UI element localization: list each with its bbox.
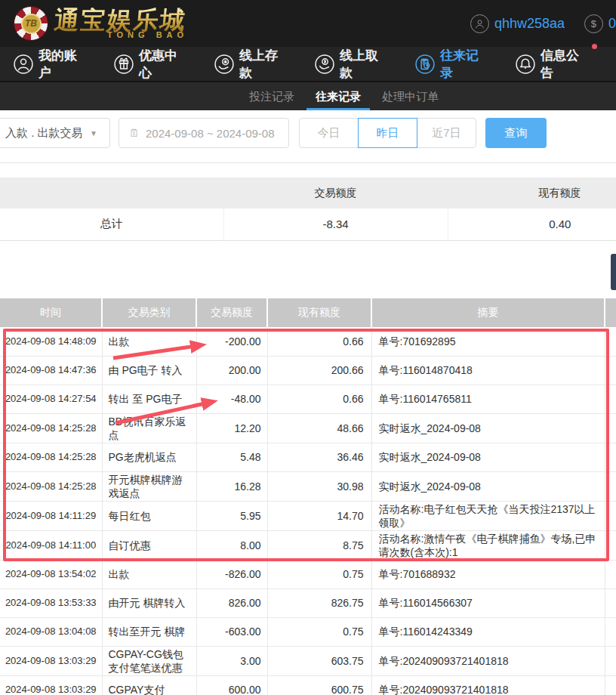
- cell-type: PG老虎机返点: [102, 443, 196, 471]
- divider: [0, 162, 616, 163]
- brand-logo[interactable]: TB 通宝娱乐城 TONG BAO: [14, 6, 188, 41]
- notification-dot: [592, 44, 597, 49]
- cell-time: 2024-09-08 13:03:29: [0, 646, 102, 675]
- nav-item-withdraw[interactable]: 线上取款: [315, 47, 387, 82]
- nav-item-announcements[interactable]: 信息公告: [516, 47, 588, 82]
- table-row[interactable]: 2024-09-08 13:53:33 由开元 棋牌转入 826.00 826.…: [0, 588, 616, 617]
- table-row[interactable]: 2024-09-08 14:11:29 每日红包 5.95 14.70 活动名称…: [0, 501, 616, 530]
- table-row[interactable]: 2024-09-08 14:11:00 自订优惠 8.00 8.75 活动名称:…: [0, 530, 616, 560]
- cell-time: 2024-09-08 13:03:29: [0, 675, 102, 695]
- col-header-summary: 摘要: [371, 298, 605, 327]
- table-row[interactable]: 2024-09-08 14:48:09 出款 -200.00 0.66 单号:7…: [0, 327, 616, 356]
- poker-chip-logo-icon: TB: [14, 6, 48, 41]
- summary-table: 交易额度 现有额度 总计 -8.34 0.40: [0, 178, 616, 241]
- nav-item-my-account[interactable]: 我的账户: [14, 47, 86, 82]
- cell-type: 开元棋牌棋牌游戏返点: [102, 471, 196, 501]
- last7days-button[interactable]: 近7日: [417, 118, 476, 148]
- deposit-icon: [214, 54, 234, 74]
- cell-type: 由开元 棋牌转入: [102, 588, 196, 617]
- cell-balance: 826.75: [267, 588, 371, 617]
- today-button[interactable]: 今日: [299, 118, 359, 148]
- cell-amount: 16.28: [196, 471, 267, 501]
- cell-summary: 单号:116014870418: [371, 356, 605, 385]
- cell-balance: 600.75: [267, 675, 371, 695]
- cell-amount: -48.00: [196, 385, 267, 413]
- cell-time: 2024-09-08 13:04:08: [0, 617, 102, 646]
- cell-amount: -200.00: [196, 327, 267, 356]
- search-button[interactable]: 查询: [485, 118, 547, 148]
- cell-stub: [605, 471, 616, 501]
- date-range-input[interactable]: 🗓 2024-09-08 ~ 2024-09-08: [119, 118, 289, 148]
- cell-amount: 8.00: [196, 530, 267, 560]
- yesterday-button[interactable]: 昨日: [358, 118, 417, 148]
- cell-stub: [605, 646, 616, 675]
- cell-type: 出款: [102, 327, 196, 356]
- balance-coin-icon: $: [584, 14, 603, 33]
- cell-time: 2024-09-08 14:11:29: [0, 501, 102, 530]
- summary-header-empty: [0, 178, 223, 208]
- records-table: 时间 交易类别 交易额度 现有额度 摘要 2024-09-08 14:48:09…: [0, 298, 616, 695]
- nav-item-deposit[interactable]: 线上存款: [214, 47, 287, 82]
- filter-bar: 入款 . 出款交易 ▼ 🗓 2024-09-08 ~ 2024-09-08 今日…: [0, 110, 616, 162]
- account-icon: [14, 54, 33, 74]
- table-row[interactable]: 2024-09-08 13:03:29 CGPAY支付 600.00 600.7…: [0, 675, 616, 695]
- cell-balance: 0.66: [267, 327, 371, 356]
- cell-stub: [605, 560, 616, 588]
- cell-balance: 14.70: [267, 501, 371, 530]
- promo-icon: [114, 54, 134, 74]
- user-area: qhhw258aa $ 0: [470, 0, 616, 47]
- cell-stub: [605, 327, 616, 356]
- cell-summary: 实时返水_2024-09-08: [371, 471, 605, 501]
- cell-time: 2024-09-08 13:53:33: [0, 588, 102, 617]
- cell-summary: 单号:116014765811: [371, 385, 605, 413]
- table-row[interactable]: 2024-09-08 13:54:02 出款 -826.00 0.75 单号:7…: [0, 560, 616, 588]
- chip-label: TB: [21, 14, 42, 34]
- cell-amount: -603.00: [196, 617, 267, 646]
- cell-stub: [605, 443, 616, 471]
- quick-date-group: 今日 昨日 近7日: [299, 118, 476, 148]
- summary-total-row: 总计 -8.34 0.40: [0, 208, 616, 240]
- table-row[interactable]: 2024-09-08 14:25:28 PG老虎机返点 5.48 36.46 实…: [0, 443, 616, 471]
- summary-total-trade: -8.34: [223, 208, 448, 240]
- cell-type: 自订优惠: [102, 530, 196, 560]
- sub-navigation: 投注记录 往来记录 处理中订单: [0, 81, 616, 110]
- cell-balance: 0.75: [267, 617, 371, 646]
- nav-item-promotions[interactable]: 优惠中心: [114, 47, 186, 82]
- transaction-type-select[interactable]: 入款 . 出款交易 ▼: [0, 118, 110, 148]
- tab-transaction-records[interactable]: 往来记录: [306, 82, 370, 110]
- cell-type: 转出 至 PG电子: [102, 385, 196, 413]
- cell-balance: 8.75: [267, 530, 371, 560]
- table-row[interactable]: 2024-09-08 13:03:29 CGPAY-CG钱包支付笔笔送优惠 3.…: [0, 646, 616, 675]
- cell-balance: 30.98: [267, 471, 371, 501]
- table-row[interactable]: 2024-09-08 14:25:28 开元棋牌棋牌游戏返点 16.28 30.…: [0, 471, 616, 501]
- summary-header-trade: 交易额度: [223, 178, 448, 208]
- cell-time: 2024-09-08 14:25:28: [0, 413, 102, 443]
- floating-side-widget[interactable]: [611, 254, 616, 290]
- table-row[interactable]: 2024-09-08 13:04:08 转出至开元 棋牌 -603.00 0.7…: [0, 617, 616, 646]
- cell-summary: 单号:116014243349: [371, 617, 605, 646]
- cell-summary: 单号:701692895: [371, 327, 605, 356]
- cell-amount: 5.95: [196, 501, 267, 530]
- cell-amount: 600.00: [196, 675, 267, 695]
- cell-type: 转出至开元 棋牌: [102, 617, 196, 646]
- tab-pending-orders[interactable]: 处理中订单: [373, 82, 448, 110]
- cell-amount: 200.00: [196, 356, 267, 385]
- cell-amount: 826.00: [196, 588, 267, 617]
- username-link[interactable]: qhhw258aa: [494, 16, 565, 32]
- table-row[interactable]: 2024-09-08 14:47:36 由 PG电子 转入 200.00 200…: [0, 356, 616, 385]
- tab-bet-records[interactable]: 投注记录: [240, 82, 303, 110]
- cell-summary: 单号:116014566307: [371, 588, 605, 617]
- col-header-time: 时间: [0, 298, 102, 327]
- user-avatar-icon: [470, 14, 489, 33]
- table-row[interactable]: 2024-09-08 14:25:28 BB视讯百家乐返点 12.20 48.6…: [0, 413, 616, 443]
- table-row[interactable]: 2024-09-08 14:27:54 转出 至 PG电子 -48.00 0.6…: [0, 385, 616, 413]
- cell-time: 2024-09-08 14:11:00: [0, 530, 102, 560]
- cell-summary: 活动名称:激情午夜《电子棋牌捕鱼》专场,已申请次数(含本次):1: [371, 530, 605, 560]
- nav-item-transaction-records[interactable]: 往来记录: [415, 47, 488, 82]
- cell-type: CGPAY支付: [102, 675, 196, 695]
- records-header-row: 时间 交易类别 交易额度 现有额度 摘要: [0, 298, 616, 327]
- summary-total-label: 总计: [0, 208, 223, 240]
- cell-time: 2024-09-08 14:47:36: [0, 356, 102, 385]
- balance-value[interactable]: 0: [608, 16, 616, 32]
- cell-stub: [605, 617, 616, 646]
